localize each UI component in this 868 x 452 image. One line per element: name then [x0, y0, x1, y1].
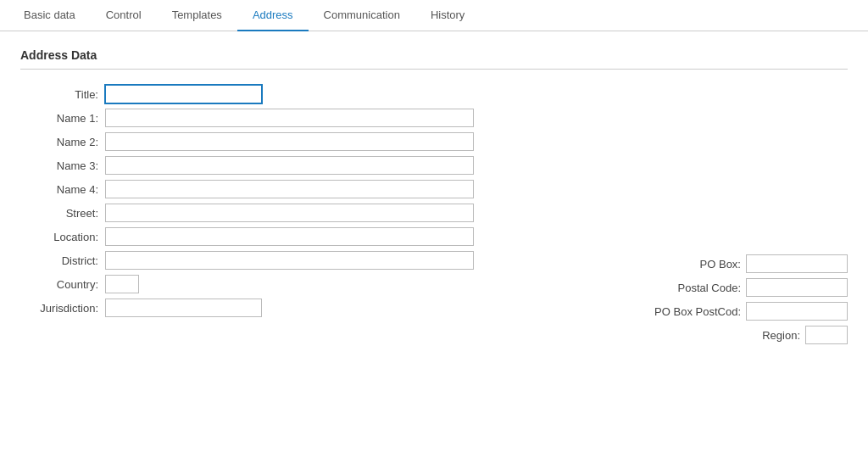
tab-control[interactable]: Control: [91, 0, 157, 31]
input-name4[interactable]: [105, 180, 474, 198]
input-location[interactable]: [105, 227, 474, 246]
row-pobox: PO Box:: [610, 254, 848, 273]
form-right: PO Box: Postal Code: PO Box PostCod: Reg…: [610, 85, 848, 349]
label-name1: Name 1:: [20, 112, 105, 125]
row-name4: Name 4:: [20, 180, 576, 198]
form-body: Title: Name 1: Name 2: Name 3: Name 4: S: [20, 85, 848, 349]
input-region[interactable]: [805, 326, 848, 344]
row-postal: Postal Code:: [610, 278, 848, 297]
row-jurisdiction: Jurisdiction:: [20, 299, 576, 317]
section-divider: [20, 69, 848, 70]
label-jurisdiction: Jurisdiction:: [20, 302, 105, 315]
row-name1: Name 1:: [20, 109, 576, 127]
row-poboxpost: PO Box PostCod:: [610, 302, 848, 321]
tab-basic-data[interactable]: Basic data: [8, 0, 91, 31]
input-poboxpost[interactable]: [746, 302, 848, 321]
row-country: Country:: [20, 275, 576, 293]
input-name3[interactable]: [105, 156, 474, 175]
label-poboxpost: PO Box PostCod:: [648, 305, 746, 318]
label-district: District:: [20, 254, 105, 267]
row-name2: Name 2:: [20, 132, 576, 151]
row-name3: Name 3:: [20, 156, 576, 175]
label-name3: Name 3:: [20, 159, 105, 172]
tab-bar: Basic data Control Templates Address Com…: [0, 0, 868, 31]
row-region: Region:: [610, 326, 848, 344]
tab-templates[interactable]: Templates: [157, 0, 237, 31]
row-district: District:: [20, 251, 576, 270]
label-name2: Name 2:: [20, 136, 105, 148]
tab-history[interactable]: History: [415, 0, 480, 31]
content-area: Address Data Title: Name 1: Name 2: Name…: [0, 31, 868, 366]
label-country: Country:: [20, 278, 105, 291]
input-district[interactable]: [105, 251, 474, 270]
label-pobox: PO Box:: [678, 258, 746, 271]
tab-address[interactable]: Address: [237, 0, 309, 31]
label-location: Location:: [20, 231, 105, 243]
row-title: Title:: [20, 85, 576, 103]
form-left: Title: Name 1: Name 2: Name 3: Name 4: S: [20, 85, 576, 349]
section-title: Address Data: [20, 48, 848, 62]
input-jurisdiction[interactable]: [105, 299, 262, 317]
label-street: Street:: [20, 207, 105, 220]
input-name1[interactable]: [105, 109, 474, 127]
input-title[interactable]: [105, 85, 262, 103]
label-name4: Name 4:: [20, 183, 105, 196]
label-postal: Postal Code:: [670, 282, 746, 294]
input-street[interactable]: [105, 204, 474, 222]
label-region: Region:: [754, 329, 805, 342]
row-location: Location:: [20, 227, 576, 246]
tab-communication[interactable]: Communication: [309, 0, 415, 31]
input-postal[interactable]: [746, 278, 848, 297]
label-title: Title:: [20, 88, 105, 101]
row-street: Street:: [20, 204, 576, 222]
input-pobox[interactable]: [746, 254, 848, 273]
input-country[interactable]: [105, 275, 139, 293]
input-name2[interactable]: [105, 132, 474, 151]
